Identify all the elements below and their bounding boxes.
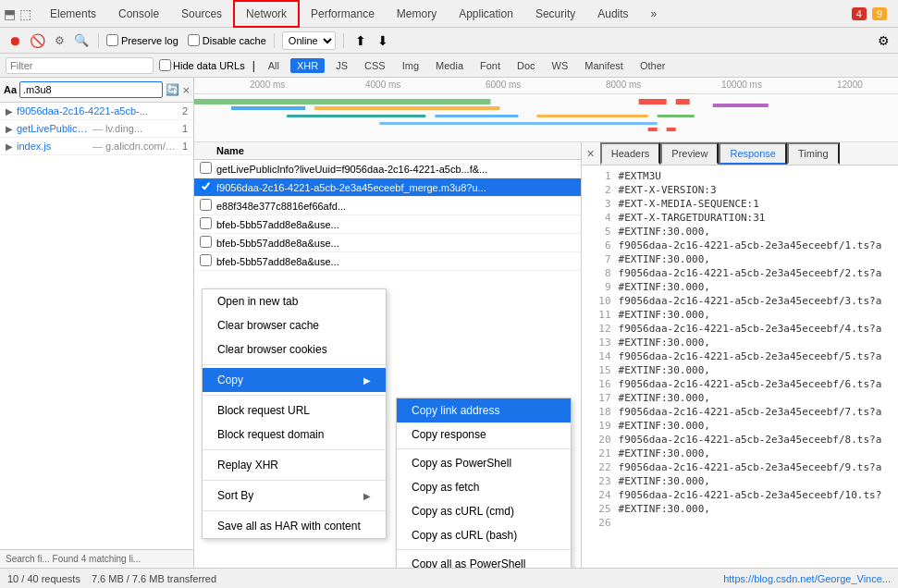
code-line: 12f9056daa-2c16-4221-a5cb-2e3a45eceebf/4… (585, 322, 894, 336)
menu-clear-cookies[interactable]: Clear browser cookies (203, 337, 386, 361)
line-number: 18 (585, 406, 611, 418)
tab-network[interactable]: Network (233, 0, 300, 28)
code-line: 5#EXTINF:30.000, (585, 225, 894, 239)
code-line: 8f9056daa-2c16-4221-a5cb-2e3a45eceebf/2.… (585, 266, 894, 280)
inspect-icon[interactable]: ⬚ (19, 6, 31, 21)
disable-cache-checkbox[interactable] (188, 34, 200, 46)
menu-block-url[interactable]: Block request URL (203, 398, 386, 423)
line-content: #EXTINF:30.000, (619, 281, 710, 293)
header-name: Name (216, 145, 244, 156)
submenu-copy-link[interactable]: Copy link address (397, 398, 571, 423)
code-line: 11#EXTINF:30.000, (585, 308, 894, 322)
line-content: #EXTINF:30.000, (619, 364, 710, 376)
code-line: 1#EXTM3U (585, 169, 894, 183)
type-ws[interactable]: WS (547, 59, 574, 72)
search-button[interactable]: 🔍 (72, 31, 91, 50)
request-name: f9056daa-2c16-4221-a5cb-2e3a45eceebf_mer… (216, 182, 575, 193)
right-panel: × Headers Preview Response Timing 1#EXTM… (582, 142, 898, 568)
request-row[interactable]: getLivePublicInfo?liveUuid=f9056daa-2c16… (194, 160, 581, 178)
type-xhr[interactable]: XHR (290, 58, 325, 73)
submenu-copy-powershell[interactable]: Copy as PowerShell (397, 451, 571, 475)
submenu-copy-curl-bash[interactable]: Copy as cURL (bash) (397, 523, 571, 547)
preserve-log-label[interactable]: Preserve log (106, 34, 178, 46)
request-row[interactable]: bfeb-5bb57add8e8a&use... (194, 252, 581, 271)
sidebar-item[interactable]: ▶ getLivePublicInfo — lv.ding... 1 (0, 120, 193, 138)
tab-elements[interactable]: Elements (39, 0, 107, 28)
tab-response[interactable]: Response (719, 142, 787, 165)
tab-performance[interactable]: Performance (300, 0, 386, 28)
refresh-search-button[interactable]: 🔄 (166, 83, 179, 96)
tab-headers[interactable]: Headers (600, 142, 661, 165)
tab-more[interactable]: » (640, 0, 669, 28)
tab-timing[interactable]: Timing (787, 142, 840, 165)
menu-copy[interactable]: Copy ▶ (203, 368, 386, 392)
filter-input[interactable] (6, 57, 154, 74)
row-checkbox[interactable] (200, 162, 212, 174)
export-button[interactable]: ⬇ (374, 31, 392, 50)
type-other[interactable]: Other (634, 59, 671, 72)
tab-audits[interactable]: Audits (586, 0, 639, 28)
request-row-selected[interactable]: f9056daa-2c16-4221-a5cb-2e3a45eceebf_mer… (194, 178, 581, 197)
row-checkbox[interactable] (200, 254, 212, 266)
separator (98, 33, 99, 48)
submenu-copy-all-powershell[interactable]: Copy all as PowerShell (397, 552, 571, 568)
code-line: 17#EXTINF:30.000, (585, 391, 894, 405)
tab-preview[interactable]: Preview (660, 142, 719, 165)
tab-security[interactable]: Security (524, 0, 586, 28)
sidebar-item[interactable]: ▶ index.js — g.alicdn.com/di... 1 (0, 138, 193, 155)
dash: — (92, 141, 103, 152)
menu-open-new-tab[interactable]: Open in new tab (203, 289, 386, 313)
type-manifest[interactable]: Manifest (579, 59, 629, 72)
submenu-copy-fetch[interactable]: Copy as fetch (397, 475, 571, 499)
request-row[interactable]: e88f348e377c8816ef66afd... (194, 197, 581, 215)
type-css[interactable]: CSS (359, 59, 391, 72)
type-img[interactable]: Img (397, 59, 424, 72)
settings-button[interactable]: ⚙ (874, 31, 892, 50)
row-checkbox[interactable] (200, 199, 212, 211)
import-button[interactable]: ⬆ (351, 31, 370, 50)
tab-memory[interactable]: Memory (386, 0, 448, 28)
hide-data-urls-label[interactable]: Hide data URLs (159, 59, 245, 71)
filter-toggle-button[interactable]: ⚙ (50, 31, 68, 50)
line-content: f9056daa-2c16-4221-a5cb-2e3a45eceebf/1.t… (619, 239, 882, 251)
tab-sources[interactable]: Sources (170, 0, 233, 28)
sidebar-footer: Search fi... Found 4 matching li... (0, 549, 193, 568)
submenu-copy-curl-cmd[interactable]: Copy as cURL (cmd) (397, 499, 571, 523)
request-row[interactable]: bfeb-5bb57add8e8a&use... (194, 234, 581, 252)
type-js[interactable]: JS (330, 59, 353, 72)
disable-cache-label[interactable]: Disable cache (188, 34, 266, 46)
row-checkbox[interactable] (200, 180, 212, 192)
menu-item-label: Block request URL (217, 404, 310, 417)
line-number: 6 (585, 239, 611, 251)
tab-console[interactable]: Console (107, 0, 170, 28)
menu-clear-cache[interactable]: Clear browser cache (203, 313, 386, 337)
panel-close-button[interactable]: × (582, 142, 600, 165)
type-font[interactable]: Font (474, 59, 506, 72)
line-number: 17 (585, 392, 611, 404)
preserve-log-checkbox[interactable] (106, 34, 118, 46)
dock-icon[interactable]: ⬒ (4, 6, 16, 21)
search-input[interactable] (19, 81, 163, 98)
hide-data-urls-checkbox[interactable] (159, 59, 171, 71)
response-content: 1#EXTM3U2#EXT-X-VERSION:33#EXT-X-MEDIA-S… (582, 165, 898, 568)
menu-sort-by[interactable]: Sort By ▶ (203, 484, 386, 508)
clear-button[interactable]: 🚫 (28, 31, 46, 50)
transfer-size: 7.6 MB / 7.6 MB transferred (92, 573, 216, 584)
menu-replay-xhr[interactable]: Replay XHR (203, 453, 386, 477)
svg-rect-1 (231, 106, 305, 110)
type-doc[interactable]: Doc (511, 59, 541, 72)
request-row[interactable]: bfeb-5bb57add8e8a&use... (194, 215, 581, 234)
record-button[interactable]: ⏺ (6, 31, 24, 50)
menu-block-domain[interactable]: Block request domain (203, 423, 386, 447)
item-name: getLivePublicInfo (17, 123, 90, 134)
close-search-button[interactable]: × (182, 83, 190, 97)
row-checkbox[interactable] (200, 236, 212, 248)
menu-save-har[interactable]: Save all as HAR with content (203, 514, 386, 538)
submenu-copy-response[interactable]: Copy response (397, 423, 571, 447)
tab-application[interactable]: Application (448, 0, 524, 28)
row-checkbox[interactable] (200, 217, 212, 229)
type-all[interactable]: All (263, 59, 285, 72)
type-media[interactable]: Media (430, 59, 469, 72)
throttle-select[interactable]: Online (282, 31, 336, 50)
sidebar-item[interactable]: ▶ f9056daa-2c16-4221-a5cb-... 2 (0, 103, 193, 120)
